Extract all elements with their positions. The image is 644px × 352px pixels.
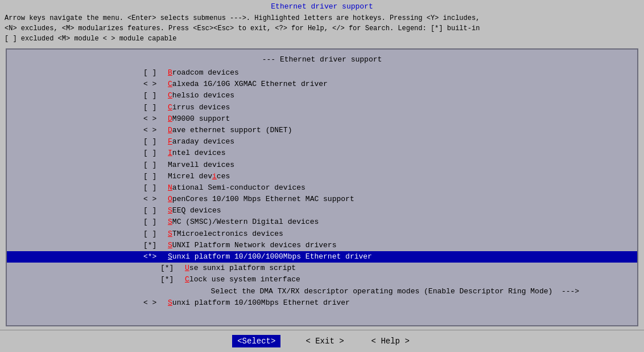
menu-item[interactable]: [ ] Marvell devices — [7, 159, 637, 171]
menu-item[interactable]: < > DM9000 support — [7, 113, 637, 125]
bottom-bar: <Select> < Exit > < Help > — [0, 330, 644, 352]
select-button[interactable]: <Select> — [232, 335, 280, 347]
main-area: --- Ethernet driver support [ ] Broadcom… — [6, 48, 638, 326]
menu-item[interactable]: [ ] SEEQ devices — [7, 205, 637, 216]
menu-item[interactable]: [ ] Broadcom devices — [7, 67, 637, 79]
menu-item[interactable]: Select the DMA TX/RX descriptor operatin… — [7, 286, 637, 297]
menu-item[interactable]: [ ] Cirrus devices — [7, 102, 637, 113]
menu-item[interactable]: [ ] Micrel devices — [7, 171, 637, 182]
menu-item[interactable]: [ ] National Semi-conductor devices — [7, 182, 637, 194]
menu-item[interactable]: [*] Use sunxi platform script — [7, 263, 637, 274]
menu-item[interactable]: [ ] Intel devices — [7, 148, 637, 159]
menu-item[interactable]: <*> Sunxi platform 10/100/1000Mbps Ether… — [7, 251, 637, 263]
menu-item[interactable]: [ ] SMC (SMSC)/Western Digital devices — [7, 216, 637, 228]
menu-item[interactable]: < > Sunxi platform 10/100Mbps Ethernet d… — [7, 297, 637, 309]
title-text: Ethernet driver support — [271, 2, 373, 11]
menu-item[interactable]: [ ] STMicroelectronics devices — [7, 228, 637, 240]
help-button[interactable]: < Help > — [369, 335, 412, 347]
menu-list: [ ] Broadcom devices< > Calxeda 1G/10G X… — [7, 67, 637, 309]
menu-item[interactable]: [*] Clock use system interface — [7, 274, 637, 285]
exit-button[interactable]: < Exit > — [303, 335, 346, 347]
help-text: Arrow keys navigate the menu. <Enter> se… — [0, 12, 644, 45]
help-line-1: Arrow keys navigate the menu. <Enter> se… — [5, 13, 639, 23]
help-line-2: <N> excludes, <M> modularizes features. … — [5, 23, 639, 34]
help-line-3: [ ] excluded <M> module < > module capab… — [5, 34, 639, 44]
menu-header: --- Ethernet driver support — [7, 54, 637, 67]
menu-item[interactable]: [ ] Faraday devices — [7, 136, 637, 148]
menu-item[interactable]: < > OpenCores 10/100 Mbps Ethernet MAC s… — [7, 194, 637, 205]
menu-item[interactable]: < > Calxeda 1G/10G XGMAC Ethernet driver — [7, 79, 637, 90]
menu-item[interactable]: < > Dave ethernet support (DNET) — [7, 125, 637, 136]
title-bar: Ethernet driver support — [0, 0, 644, 12]
menu-item[interactable]: [ ] Chelsio devices — [7, 90, 637, 101]
menu-item[interactable]: [*] SUNXI Platform Network devices drive… — [7, 240, 637, 251]
